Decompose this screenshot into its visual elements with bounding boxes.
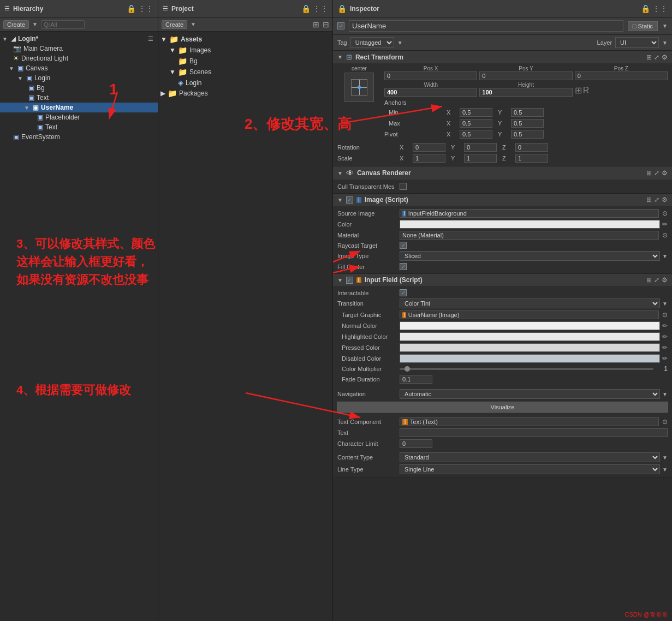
folder-packages[interactable]: ▶ 📁 Packages [158, 88, 332, 99]
object-name-input[interactable] [349, 20, 623, 32]
pivot-x[interactable] [460, 130, 492, 139]
disabled-color-swatch[interactable] [400, 354, 660, 363]
tag-dropdown[interactable]: Untagged [350, 37, 394, 48]
navigation-dropdown[interactable]: Automatic [400, 389, 660, 399]
pos-x-input[interactable] [384, 71, 477, 80]
anchors-max-y[interactable] [511, 119, 544, 128]
normal-color-swatch[interactable] [400, 321, 660, 330]
input-field-header[interactable]: ▼ ✓ I Input Field (Script) ⊞ ⤢ ⚙ [333, 274, 672, 286]
canvas-renderer-header[interactable]: ▼ 👁 Canvas Renderer ⊞ ⤢ ⚙ [333, 166, 672, 180]
tree-item-text[interactable]: ▣ Text [0, 93, 158, 103]
fill-center-checkbox[interactable]: ✓ [400, 263, 407, 270]
text-comp-circle-btn[interactable]: ⊙ [662, 418, 668, 426]
pivot-y[interactable] [511, 130, 544, 139]
fill-center-row: Fill Center ✓ [337, 262, 668, 271]
scene-menu-icon: ☰ [148, 35, 153, 43]
visualize-button[interactable]: Visualize [337, 402, 668, 413]
highlighted-color-swatch[interactable] [400, 332, 660, 341]
anchors-min-x[interactable] [460, 108, 492, 117]
tree-item-canvas[interactable]: ▼ ▣ Canvas [0, 63, 158, 73]
anchors-label: Anchors [384, 99, 444, 106]
create-button[interactable]: Create [3, 20, 29, 29]
hierarchy-toolbar: Create ▼ [0, 17, 158, 32]
pressed-color-pencil[interactable]: ✏ [662, 344, 668, 351]
folder-assets[interactable]: ▼ 📁 Assets [158, 34, 332, 45]
raycast-target-checkbox[interactable]: ✓ [400, 242, 407, 249]
folder-label-images: Images [189, 46, 211, 54]
anchor-visual[interactable] [344, 73, 374, 102]
pos-z-input[interactable] [575, 71, 668, 80]
rect-transform-header[interactable]: ▼ ⊞ Rect Transform ⊞ ⤢ ⚙ [333, 51, 672, 63]
normal-color-pencil[interactable]: ✏ [662, 322, 668, 330]
hierarchy-search[interactable] [41, 20, 85, 29]
folder-bg[interactable]: 📁 Bg [158, 56, 332, 67]
pressed-color-swatch[interactable] [400, 343, 660, 352]
static-dropdown-arrow: ▼ [662, 23, 668, 29]
character-limit-input[interactable] [400, 439, 432, 448]
disabled-color-pencil[interactable]: ✏ [662, 355, 668, 362]
transition-dropdown[interactable]: Color Tint [400, 298, 660, 308]
constraint-icon[interactable]: ⊞ [575, 85, 582, 95]
object-enabled-checkbox[interactable]: ✓ [337, 22, 344, 29]
tree-item-bg[interactable]: ▣ Bg [0, 83, 158, 93]
text-component-field[interactable]: T Text (Text) [400, 417, 659, 426]
input-enabled-checkbox[interactable]: ✓ [346, 277, 353, 284]
anchors-min-y[interactable] [511, 108, 544, 117]
anchors-max-row: Max X Y [384, 118, 668, 129]
static-button[interactable]: □ Static [628, 21, 658, 31]
if-icon2: ⤢ [654, 276, 659, 284]
layer-dropdown[interactable]: UI [615, 37, 659, 48]
tree-item-eventsystem[interactable]: ▣ EventSystem [0, 132, 158, 142]
height-input[interactable] [479, 88, 572, 97]
color-swatch[interactable] [400, 220, 660, 229]
fade-duration-input[interactable] [400, 375, 432, 384]
cull-transparent-checkbox[interactable] [400, 183, 407, 190]
highlighted-color-pencil[interactable]: ✏ [662, 333, 668, 341]
tree-item-text2[interactable]: ▣ Text [0, 122, 158, 132]
source-img-circle-btn[interactable]: ⊙ [662, 210, 668, 217]
target-circle-btn[interactable]: ⊙ [662, 311, 668, 319]
material-field[interactable]: None (Material) [400, 231, 659, 240]
tree-item-login-root[interactable]: ▼ ◢ Login* ☰ [0, 34, 158, 44]
text-input[interactable] [400, 428, 668, 437]
material-circle-btn[interactable]: ⊙ [662, 231, 668, 239]
scale-y[interactable] [464, 154, 497, 163]
pos-y-input[interactable] [479, 71, 572, 80]
material-row: Material None (Material) ⊙ [337, 230, 668, 241]
rotation-y[interactable] [464, 143, 497, 152]
rotation-label: Rotation [337, 144, 397, 151]
tree-label-login-child: Login [34, 74, 50, 82]
slider-thumb[interactable] [405, 366, 410, 372]
tree-item-login[interactable]: ▼ ▣ Login [0, 73, 158, 83]
project-create-button[interactable]: Create [162, 20, 187, 29]
tree-item-main-camera[interactable]: 📷 Main Camera [0, 44, 158, 53]
tree-item-directional-light[interactable]: ☀ Directional Light [0, 53, 158, 63]
tree-item-username[interactable]: ▼ ▣ UserName [0, 103, 158, 112]
scene-login[interactable]: ◈ Login [158, 77, 332, 88]
target-graphic-field[interactable]: I UserName (Image) [400, 310, 659, 319]
is-icon2: ⤢ [654, 196, 659, 204]
rotation-z[interactable] [515, 143, 548, 152]
width-input[interactable] [384, 88, 477, 97]
anchors-max-x[interactable] [460, 119, 492, 128]
scale-x[interactable] [413, 154, 445, 163]
folder-images[interactable]: ▼ 📁 Images [158, 45, 332, 56]
slider-track[interactable] [400, 368, 653, 370]
folder-scenes[interactable]: ▼ 📁 Scenes [158, 67, 332, 77]
line-type-dropdown[interactable]: Single Line [400, 464, 660, 474]
content-type-dropdown[interactable]: Standard [400, 452, 660, 462]
folder-label-packages: Packages [179, 89, 208, 97]
color-pencil-icon[interactable]: ✏ [662, 220, 668, 228]
r-button[interactable]: R [583, 86, 590, 95]
anchors-row: Anchors [384, 98, 668, 107]
tree-item-placeholder[interactable]: ▣ Placeholder [0, 112, 158, 122]
source-image-field[interactable]: I InputFieldBackground [400, 209, 659, 218]
image-enabled-checkbox[interactable]: ✓ [346, 196, 353, 204]
highlighted-color-label: Highlighted Color [337, 333, 397, 340]
line-type-arrow: ▼ [662, 467, 668, 473]
rotation-x[interactable] [413, 143, 445, 152]
image-type-dropdown[interactable]: Sliced [400, 251, 660, 261]
interactable-checkbox[interactable]: ✓ [400, 289, 407, 296]
scale-z[interactable] [515, 154, 548, 163]
image-script-header[interactable]: ▼ ✓ I Image (Script) ⊞ ⤢ ⚙ [333, 194, 672, 206]
